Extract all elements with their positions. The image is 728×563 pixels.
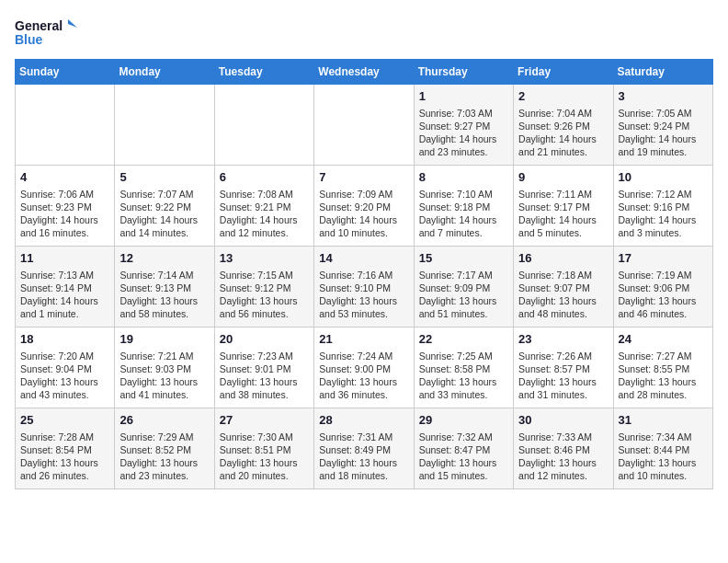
day-number: 26 — [119, 412, 209, 429]
calendar-cell: 11Sunrise: 7:13 AM Sunset: 9:14 PM Dayli… — [16, 247, 115, 327]
day-info: Sunrise: 7:28 AM Sunset: 8:54 PM Dayligh… — [20, 431, 109, 483]
day-number: 18 — [20, 331, 109, 348]
day-info: Sunrise: 7:34 AM Sunset: 8:44 PM Dayligh… — [619, 431, 708, 483]
calendar-cell: 10Sunrise: 7:12 AM Sunset: 9:16 PM Dayli… — [613, 166, 712, 247]
header-friday: Friday — [514, 60, 613, 85]
header: GeneralBlue — [15, 15, 713, 52]
day-info: Sunrise: 7:23 AM Sunset: 9:01 PM Dayligh… — [220, 350, 309, 402]
day-number: 20 — [220, 331, 309, 348]
calendar-cell: 18Sunrise: 7:20 AM Sunset: 9:04 PM Dayli… — [16, 327, 115, 408]
calendar-cell: 8Sunrise: 7:10 AM Sunset: 9:18 PM Daylig… — [414, 166, 513, 247]
day-number: 28 — [319, 412, 408, 429]
day-number: 3 — [619, 88, 708, 105]
calendar-week-2: 4Sunrise: 7:06 AM Sunset: 9:23 PM Daylig… — [16, 166, 713, 247]
day-info: Sunrise: 7:13 AM Sunset: 9:14 PM Dayligh… — [20, 269, 109, 321]
day-number: 13 — [220, 250, 309, 267]
header-wednesday: Wednesday — [314, 60, 414, 85]
day-info: Sunrise: 7:32 AM Sunset: 8:47 PM Dayligh… — [419, 431, 508, 483]
day-info: Sunrise: 7:10 AM Sunset: 9:18 PM Dayligh… — [419, 188, 508, 240]
day-info: Sunrise: 7:12 AM Sunset: 9:16 PM Dayligh… — [619, 188, 708, 240]
calendar-cell: 26Sunrise: 7:29 AM Sunset: 8:52 PM Dayli… — [115, 408, 214, 489]
calendar-cell: 19Sunrise: 7:21 AM Sunset: 9:03 PM Dayli… — [115, 327, 214, 408]
day-info: Sunrise: 7:33 AM Sunset: 8:46 PM Dayligh… — [518, 431, 608, 483]
day-number: 22 — [419, 331, 508, 348]
calendar-cell — [214, 85, 313, 166]
day-number: 30 — [518, 412, 608, 429]
header-monday: Monday — [115, 60, 214, 85]
day-number: 25 — [20, 412, 109, 429]
calendar-cell: 12Sunrise: 7:14 AM Sunset: 9:13 PM Dayli… — [115, 247, 214, 327]
calendar-week-3: 11Sunrise: 7:13 AM Sunset: 9:14 PM Dayli… — [16, 247, 713, 327]
day-info: Sunrise: 7:05 AM Sunset: 9:24 PM Dayligh… — [619, 107, 708, 159]
day-number: 9 — [518, 169, 608, 186]
calendar-cell: 7Sunrise: 7:09 AM Sunset: 9:20 PM Daylig… — [314, 166, 414, 247]
day-info: Sunrise: 7:14 AM Sunset: 9:13 PM Dayligh… — [119, 269, 209, 321]
header-sunday: Sunday — [16, 60, 115, 85]
calendar-cell: 29Sunrise: 7:32 AM Sunset: 8:47 PM Dayli… — [414, 408, 513, 489]
calendar-cell: 22Sunrise: 7:25 AM Sunset: 8:58 PM Dayli… — [414, 327, 513, 408]
day-number: 12 — [119, 250, 209, 267]
day-info: Sunrise: 7:21 AM Sunset: 9:03 PM Dayligh… — [119, 350, 209, 402]
day-number: 5 — [119, 169, 209, 186]
calendar-cell — [16, 85, 115, 166]
day-number: 19 — [119, 331, 209, 348]
logo: GeneralBlue — [15, 15, 79, 52]
calendar-cell: 4Sunrise: 7:06 AM Sunset: 9:23 PM Daylig… — [16, 166, 115, 247]
calendar-cell: 24Sunrise: 7:27 AM Sunset: 8:55 PM Dayli… — [613, 327, 712, 408]
svg-text:Blue: Blue — [15, 32, 43, 47]
day-number: 8 — [419, 169, 508, 186]
day-info: Sunrise: 7:27 AM Sunset: 8:55 PM Dayligh… — [619, 350, 708, 402]
day-number: 6 — [220, 169, 309, 186]
day-number: 2 — [518, 88, 608, 105]
day-number: 24 — [619, 331, 708, 348]
day-number: 29 — [419, 412, 508, 429]
calendar-cell — [115, 85, 214, 166]
calendar-table: SundayMondayTuesdayWednesdayThursdayFrid… — [15, 59, 713, 489]
calendar-cell: 23Sunrise: 7:26 AM Sunset: 8:57 PM Dayli… — [514, 327, 613, 408]
calendar-cell — [314, 85, 414, 166]
calendar-cell: 17Sunrise: 7:19 AM Sunset: 9:06 PM Dayli… — [613, 247, 712, 327]
day-number: 14 — [319, 250, 408, 267]
calendar-cell: 20Sunrise: 7:23 AM Sunset: 9:01 PM Dayli… — [214, 327, 313, 408]
day-info: Sunrise: 7:29 AM Sunset: 8:52 PM Dayligh… — [119, 431, 209, 483]
calendar-cell: 25Sunrise: 7:28 AM Sunset: 8:54 PM Dayli… — [16, 408, 115, 489]
calendar-week-4: 18Sunrise: 7:20 AM Sunset: 9:04 PM Dayli… — [16, 327, 713, 408]
day-info: Sunrise: 7:18 AM Sunset: 9:07 PM Dayligh… — [518, 269, 608, 321]
day-info: Sunrise: 7:24 AM Sunset: 9:00 PM Dayligh… — [319, 350, 408, 402]
calendar-week-5: 25Sunrise: 7:28 AM Sunset: 8:54 PM Dayli… — [16, 408, 713, 489]
day-number: 10 — [619, 169, 708, 186]
calendar-header-row: SundayMondayTuesdayWednesdayThursdayFrid… — [16, 60, 713, 85]
calendar-cell: 28Sunrise: 7:31 AM Sunset: 8:49 PM Dayli… — [314, 408, 414, 489]
header-saturday: Saturday — [613, 60, 712, 85]
calendar-cell: 14Sunrise: 7:16 AM Sunset: 9:10 PM Dayli… — [314, 247, 414, 327]
day-number: 1 — [419, 88, 508, 105]
calendar-cell: 6Sunrise: 7:08 AM Sunset: 9:21 PM Daylig… — [214, 166, 313, 247]
svg-text:General: General — [15, 18, 63, 33]
calendar-cell: 5Sunrise: 7:07 AM Sunset: 9:22 PM Daylig… — [115, 166, 214, 247]
header-tuesday: Tuesday — [214, 60, 313, 85]
calendar-cell: 3Sunrise: 7:05 AM Sunset: 9:24 PM Daylig… — [613, 85, 712, 166]
day-info: Sunrise: 7:20 AM Sunset: 9:04 PM Dayligh… — [20, 350, 109, 402]
day-number: 16 — [518, 250, 608, 267]
calendar-cell: 15Sunrise: 7:17 AM Sunset: 9:09 PM Dayli… — [414, 247, 513, 327]
day-number: 17 — [619, 250, 708, 267]
calendar-cell: 30Sunrise: 7:33 AM Sunset: 8:46 PM Dayli… — [514, 408, 613, 489]
day-info: Sunrise: 7:17 AM Sunset: 9:09 PM Dayligh… — [419, 269, 508, 321]
day-number: 11 — [20, 250, 109, 267]
calendar-cell: 2Sunrise: 7:04 AM Sunset: 9:26 PM Daylig… — [514, 85, 613, 166]
day-number: 15 — [419, 250, 508, 267]
calendar-cell: 13Sunrise: 7:15 AM Sunset: 9:12 PM Dayli… — [214, 247, 313, 327]
day-info: Sunrise: 7:07 AM Sunset: 9:22 PM Dayligh… — [119, 188, 209, 240]
day-info: Sunrise: 7:11 AM Sunset: 9:17 PM Dayligh… — [518, 188, 608, 240]
day-info: Sunrise: 7:31 AM Sunset: 8:49 PM Dayligh… — [319, 431, 408, 483]
day-number: 31 — [619, 412, 708, 429]
calendar-cell: 16Sunrise: 7:18 AM Sunset: 9:07 PM Dayli… — [514, 247, 613, 327]
header-thursday: Thursday — [414, 60, 513, 85]
day-info: Sunrise: 7:15 AM Sunset: 9:12 PM Dayligh… — [220, 269, 309, 321]
calendar-cell: 21Sunrise: 7:24 AM Sunset: 9:00 PM Dayli… — [314, 327, 414, 408]
day-info: Sunrise: 7:16 AM Sunset: 9:10 PM Dayligh… — [319, 269, 408, 321]
day-info: Sunrise: 7:09 AM Sunset: 9:20 PM Dayligh… — [319, 188, 408, 240]
calendar-cell: 1Sunrise: 7:03 AM Sunset: 9:27 PM Daylig… — [414, 85, 513, 166]
day-number: 21 — [319, 331, 408, 348]
day-number: 4 — [20, 169, 109, 186]
